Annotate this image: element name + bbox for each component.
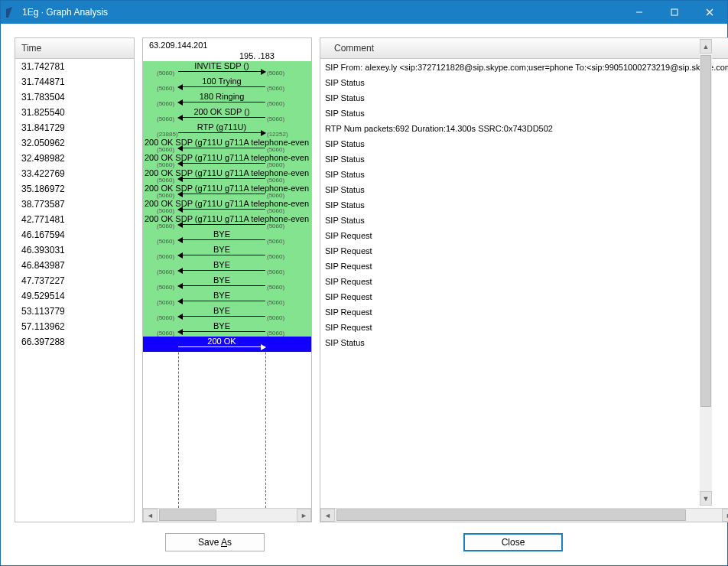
time-cell[interactable]: 32.498982 (15, 151, 134, 166)
comment-cell[interactable]: SIP Status (320, 89, 728, 105)
comment-body[interactable]: SIP From: alexey.ly <sip:3727121828@sip.… (320, 59, 728, 508)
port-left: (5060) (157, 207, 174, 214)
flow-row[interactable]: BYE(5060)(5060) (143, 321, 311, 337)
flow-row[interactable]: 200 OK (143, 337, 311, 352)
comment-cell[interactable]: SIP Status (320, 74, 728, 89)
comment-cell[interactable]: SIP Request (320, 304, 728, 319)
comment-header[interactable]: Comment (320, 38, 728, 59)
comment-cell[interactable]: SIP From: alexey.ly <sip:3727121828@sip.… (320, 59, 728, 74)
time-body[interactable]: 31.74278131.74487131.78350431.82554031.8… (15, 59, 134, 522)
time-cell[interactable]: 66.397288 (15, 334, 134, 350)
time-cell[interactable]: 33.422769 (15, 166, 134, 181)
flow-row[interactable]: 200 OK SDP (g711U g711A telephone-even(5… (143, 138, 311, 153)
port-left: (5060) (157, 177, 174, 184)
time-cell[interactable]: 32.050962 (15, 135, 134, 151)
scroll-up-button[interactable]: ▲ (700, 39, 712, 54)
close-window-button[interactable] (692, 1, 727, 24)
flow-hscrollbar[interactable]: ◄ ► (143, 508, 311, 522)
vertical-scrollbar[interactable]: ▲ ▼ (700, 39, 712, 506)
scroll-track[interactable] (700, 54, 712, 491)
scroll-left-button[interactable]: ◄ (143, 509, 158, 522)
arrow-left-icon (178, 178, 265, 179)
time-cell[interactable]: 49.529514 (15, 288, 134, 304)
flow-label: 200 OK (178, 337, 265, 346)
time-cell[interactable]: 31.742781 (15, 59, 134, 74)
scroll-right-button[interactable]: ► (297, 509, 311, 522)
port-right: (5060) (267, 330, 284, 337)
time-cell[interactable]: 31.841729 (15, 120, 134, 135)
scroll-thumb[interactable] (700, 55, 711, 407)
port-left: (5060) (157, 146, 174, 153)
flow-row[interactable]: 200 OK SDP (g711U g711A telephone-even(5… (143, 199, 311, 214)
time-cell[interactable]: 57.113962 (15, 319, 134, 334)
comment-cell[interactable]: SIP Request (320, 258, 728, 273)
comment-cell[interactable]: RTP Num packets:692 Duration:14.300s SSR… (320, 120, 728, 135)
comment-cell[interactable]: SIP Status (320, 212, 728, 227)
flow-row[interactable]: 200 OK SDP (g711U g711A telephone-even(5… (143, 153, 311, 168)
scroll-track[interactable] (335, 509, 722, 522)
time-cell[interactable]: 31.825540 (15, 105, 134, 120)
comment-cell[interactable]: SIP Status (320, 181, 728, 197)
save-as-button[interactable]: Save As (165, 533, 265, 551)
flow-row[interactable]: BYE(5060)(5060) (143, 260, 311, 275)
scroll-left-button[interactable]: ◄ (320, 509, 335, 522)
scroll-thumb[interactable] (159, 509, 216, 521)
comment-cell[interactable]: SIP Status (320, 105, 728, 120)
comment-hscrollbar[interactable]: ◄ ► (320, 508, 728, 522)
flow-row[interactable]: INVITE SDP ()(5060)(5060) (143, 61, 311, 76)
comment-cell[interactable]: SIP Request (320, 319, 728, 334)
comment-cell[interactable]: SIP Status (320, 166, 728, 181)
flow-row[interactable]: 200 OK SDP (g711U g711A telephone-even(5… (143, 168, 311, 184)
scroll-down-button[interactable]: ▼ (700, 491, 712, 506)
window-buttons (622, 1, 727, 24)
comment-cell[interactable]: SIP Request (320, 242, 728, 258)
time-cell[interactable]: 35.186972 (15, 181, 134, 197)
comment-cell[interactable]: SIP Request (320, 273, 728, 288)
comment-cell[interactable]: SIP Status (320, 135, 728, 151)
flow-row[interactable]: 180 Ringing(5060)(5060) (143, 92, 311, 107)
port-right: (5060) (267, 70, 284, 76)
arrow-left-icon (178, 270, 265, 271)
scroll-right-button[interactable]: ► (722, 509, 728, 522)
minimize-button[interactable] (622, 1, 657, 24)
comment-cell[interactable]: SIP Status (320, 151, 728, 166)
flow-row[interactable]: RTP (g711U)(23885)(12252) (143, 122, 311, 138)
maximize-button[interactable] (657, 1, 692, 24)
flow-row[interactable]: 200 OK SDP (g711U g711A telephone-even(5… (143, 184, 311, 199)
flow-row[interactable]: BYE(5060)(5060) (143, 245, 311, 260)
comment-cell[interactable]: SIP Request (320, 288, 728, 304)
arrow-left-icon (178, 239, 265, 240)
time-cell[interactable]: 31.783504 (15, 89, 134, 105)
arrow-left-icon (178, 301, 265, 301)
time-cell[interactable]: 46.167594 (15, 227, 134, 242)
time-header[interactable]: Time (15, 38, 134, 59)
time-cell[interactable]: 47.737227 (15, 273, 134, 288)
flow-row[interactable]: BYE(5060)(5060) (143, 291, 311, 306)
flow-row[interactable]: 200 OK SDP ()(5060)(5060) (143, 107, 311, 122)
flow-row[interactable]: BYE(5060)(5060) (143, 229, 311, 245)
arrow-left-icon (178, 117, 265, 118)
time-cell[interactable]: 38.773587 (15, 197, 134, 212)
time-cell[interactable]: 46.843987 (15, 258, 134, 273)
port-right: (5060) (267, 161, 284, 168)
close-button[interactable]: Close (463, 533, 563, 551)
flow-body[interactable]: INVITE SDP ()(5060)(5060)100 Trying(5060… (143, 61, 311, 508)
flow-row[interactable]: BYE(5060)(5060) (143, 275, 311, 291)
flow-row[interactable]: BYE(5060)(5060) (143, 306, 311, 321)
comment-cell[interactable]: SIP Request (320, 227, 728, 242)
scroll-track[interactable] (158, 509, 297, 522)
time-cell[interactable]: 46.393031 (15, 242, 134, 258)
comment-cell[interactable]: SIP Status (320, 334, 728, 350)
save-as-pre: Save (198, 537, 221, 548)
scroll-thumb[interactable] (336, 509, 686, 521)
comment-cell[interactable]: SIP Status (320, 197, 728, 212)
time-cell[interactable]: 53.113779 (15, 304, 134, 319)
port-right: (5060) (267, 284, 284, 291)
time-cell[interactable]: 31.744871 (15, 74, 134, 89)
svg-rect-1 (671, 9, 678, 15)
flow-row[interactable]: 200 OK SDP (g711U g711A telephone-even(5… (143, 214, 311, 229)
time-cell[interactable]: 42.771481 (15, 212, 134, 227)
save-as-post: s (227, 537, 232, 548)
flow-row[interactable]: 100 Trying(5060)(5060) (143, 76, 311, 92)
titlebar[interactable]: 1Eg · Graph Analysis (1, 1, 727, 24)
